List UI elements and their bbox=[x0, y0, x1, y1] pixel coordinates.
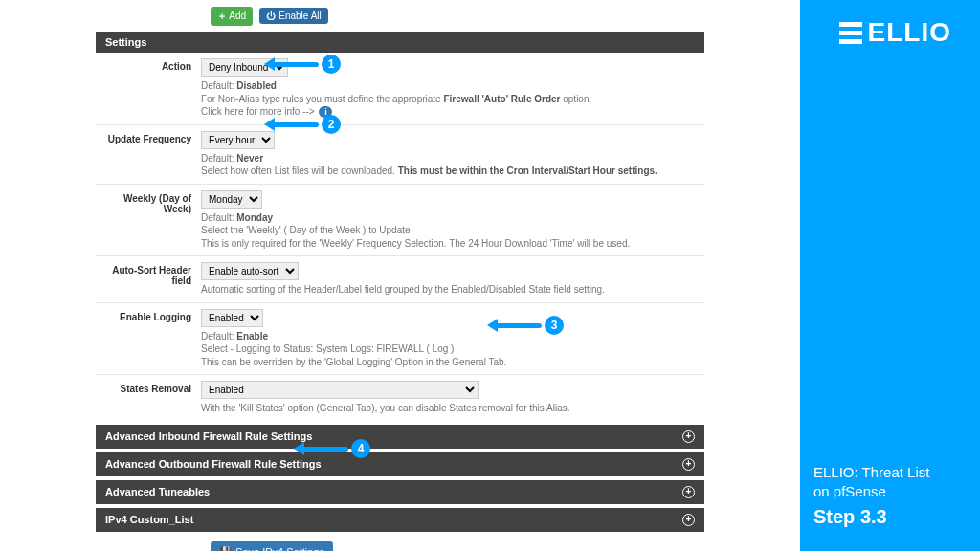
expand-icon: + bbox=[682, 486, 695, 498]
select-weekly[interactable]: Monday bbox=[201, 190, 262, 209]
brand-text: ELLIO bbox=[868, 17, 951, 48]
label-update-frequency: Update Frequency bbox=[96, 131, 201, 178]
row-auto-sort: Auto-Sort Header field Enable auto-sort … bbox=[96, 256, 704, 303]
collapsible-adv-inbound[interactable]: Advanced Inbound Firewall Rule Settings … bbox=[96, 425, 704, 449]
select-logging[interactable]: Enabled bbox=[201, 309, 263, 327]
info-icon[interactable]: i bbox=[319, 106, 332, 118]
add-label: Add bbox=[229, 11, 246, 21]
select-action[interactable]: Deny Inbound bbox=[201, 58, 288, 77]
content-area: ＋ Add ⏻ Enable All Settings Action Deny … bbox=[96, 0, 704, 551]
select-update-frequency[interactable]: Every hour bbox=[201, 131, 275, 149]
select-auto-sort[interactable]: Enable auto-sort bbox=[201, 262, 299, 280]
settings-header: Settings bbox=[96, 32, 704, 53]
power-icon: ⏻ bbox=[266, 11, 276, 21]
label-states: States Removal bbox=[96, 381, 201, 415]
label-logging: Enable Logging bbox=[96, 309, 201, 369]
row-action: Action Deny Inbound Default: Disabled Fo… bbox=[96, 53, 704, 125]
save-label: Save IPv4 Settings bbox=[235, 546, 324, 552]
brand-bars-icon bbox=[839, 22, 862, 44]
top-button-bar: ＋ Add ⏻ Enable All bbox=[96, 0, 704, 32]
slide-caption: ELLIO: Threat List on pfSense Step 3.3 bbox=[813, 463, 957, 531]
save-icon: 💾 bbox=[219, 546, 233, 552]
save-button[interactable]: 💾 Save IPv4 Settings bbox=[211, 541, 333, 552]
row-update-frequency: Update Frequency Every hour Default: Nev… bbox=[96, 125, 704, 185]
app-frame: ＋ Add ⏻ Enable All Settings Action Deny … bbox=[0, 0, 800, 551]
add-button[interactable]: ＋ Add bbox=[211, 7, 253, 26]
enable-all-button[interactable]: ⏻ Enable All bbox=[259, 8, 327, 24]
expand-icon: + bbox=[682, 514, 695, 526]
expand-icon: + bbox=[682, 458, 695, 471]
select-states[interactable]: Enabled bbox=[201, 381, 479, 399]
collapsible-ipv4-custom[interactable]: IPv4 Custom_List + bbox=[96, 508, 704, 532]
collapsible-adv-tuneables[interactable]: Advanced Tuneables + bbox=[96, 480, 704, 504]
row-states: States Removal Enabled With the 'Kill St… bbox=[96, 375, 704, 421]
plus-icon: ＋ bbox=[217, 11, 227, 21]
enable-all-label: Enable All bbox=[278, 11, 321, 21]
row-logging: Enable Logging Enabled Default: Enable S… bbox=[96, 303, 704, 376]
brand-logo: ELLIO bbox=[839, 17, 951, 48]
step-label: Step 3.3 bbox=[813, 504, 957, 530]
label-weekly: Weekly (Day of Week) bbox=[96, 190, 201, 251]
label-auto-sort: Auto-Sort Header field bbox=[96, 262, 201, 297]
collapsible-adv-outbound[interactable]: Advanced Outbound Firewall Rule Settings… bbox=[96, 452, 704, 476]
label-action: Action bbox=[96, 58, 201, 119]
expand-icon: + bbox=[682, 430, 695, 443]
row-weekly: Weekly (Day of Week) Monday Default: Mon… bbox=[96, 185, 704, 257]
